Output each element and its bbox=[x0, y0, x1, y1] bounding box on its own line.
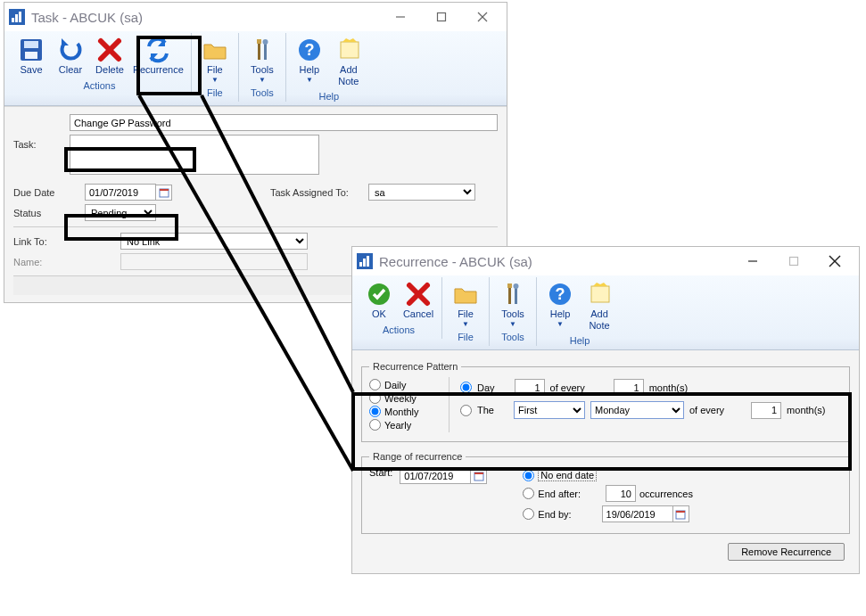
svg-line-47 bbox=[139, 95, 353, 471]
callout-connector bbox=[0, 0, 866, 616]
